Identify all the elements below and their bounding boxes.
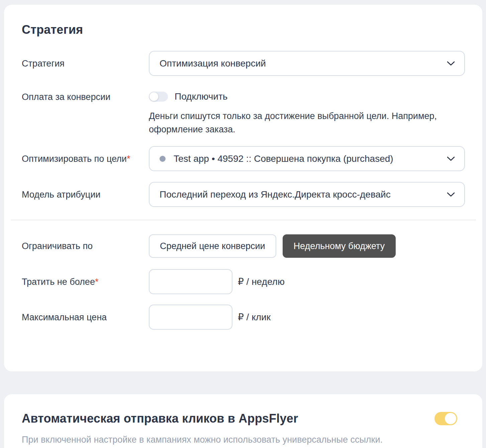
- optimize-goal-select-text: Test app • 49592 :: Совершена покупка (p…: [174, 153, 393, 164]
- max-price-input[interactable]: [149, 305, 232, 330]
- required-asterisk: *: [127, 154, 130, 164]
- attribution-select[interactable]: Последний переход из Яндекс.Директа крос…: [149, 182, 465, 207]
- toggle-knob: [445, 413, 456, 424]
- spend-limit-suffix: ₽ / неделю: [238, 276, 285, 287]
- strategy-select-value: Оптимизация конверсий: [160, 58, 266, 69]
- pay-for-conversions-description: Деньги спишутся только за достижение выб…: [149, 109, 465, 136]
- optimize-goal-select[interactable]: Test app • 49592 :: Совершена покупка (p…: [149, 146, 465, 171]
- spend-limit-label: Тратить не более*: [22, 276, 149, 288]
- limit-by-label: Ограничивать по: [22, 240, 149, 252]
- optimize-goal-label: Оптимизировать по цели*: [22, 153, 149, 164]
- pay-for-conversions-toggle[interactable]: [149, 92, 168, 102]
- spend-limit-input[interactable]: [149, 269, 232, 294]
- optimize-goal-select-value: Test app • 49592 :: Совершена покупка (p…: [160, 153, 393, 164]
- optimize-goal-row: Оптимизировать по цели* Test app • 49592…: [22, 146, 465, 171]
- required-asterisk: *: [95, 277, 99, 287]
- max-price-label: Максимальная цена: [22, 312, 149, 323]
- pay-for-conversions-toggle-line: Подключить: [149, 91, 465, 102]
- chevron-down-icon: [447, 61, 455, 66]
- attribution-label: Модель атрибуции: [22, 189, 149, 200]
- strategy-row: Стратегия Оптимизация конверсий: [22, 51, 465, 76]
- pay-for-conversions-row: Оплата за конверсии Подключить Деньги сп…: [22, 91, 465, 136]
- spend-limit-label-text: Тратить не более: [22, 277, 95, 287]
- limit-by-avg-conversion-price-button[interactable]: Средней цене конверсии: [149, 234, 276, 258]
- strategy-label: Стратегия: [22, 58, 149, 69]
- attribution-select-value: Последний переход из Яндекс.Директа крос…: [160, 189, 391, 200]
- strategy-select[interactable]: Оптимизация конверсий: [149, 51, 465, 76]
- pay-for-conversions-control: Подключить Деньги спишутся только за дос…: [149, 91, 465, 136]
- attribution-row: Модель атрибуции Последний переход из Ян…: [22, 182, 465, 207]
- strategy-card: Стратегия Стратегия Оптимизация конверси…: [4, 5, 482, 371]
- goal-status-dot-icon: [160, 156, 166, 162]
- limit-by-weekly-budget-button[interactable]: Недельному бюджету: [283, 234, 396, 258]
- max-price-row: Максимальная цена ₽ / клик: [22, 305, 465, 330]
- appsflyer-header: Автоматическая отправка кликов в AppsFly…: [22, 412, 457, 426]
- appsflyer-title: Автоматическая отправка кликов в AppsFly…: [22, 412, 298, 426]
- chevron-down-icon: [447, 156, 455, 161]
- pay-for-conversions-toggle-label: Подключить: [175, 91, 227, 102]
- strategy-card-title: Стратегия: [22, 23, 465, 37]
- optimize-goal-label-text: Оптимизировать по цели: [22, 154, 127, 164]
- section-divider: [11, 220, 476, 220]
- settings-page: Стратегия Стратегия Оптимизация конверси…: [0, 0, 486, 448]
- pay-for-conversions-label: Оплата за конверсии: [22, 91, 149, 103]
- limit-by-row: Ограничивать по Средней цене конверсии Н…: [22, 234, 465, 258]
- toggle-knob: [150, 92, 158, 101]
- limit-by-options: Средней цене конверсии Недельному бюджет…: [149, 234, 396, 258]
- appsflyer-card: Автоматическая отправка кликов в AppsFly…: [4, 394, 482, 448]
- chevron-down-icon: [447, 192, 455, 197]
- appsflyer-description: При включенной настройке в кампаниях мож…: [22, 434, 457, 446]
- appsflyer-toggle[interactable]: [434, 412, 457, 425]
- max-price-suffix: ₽ / клик: [238, 312, 271, 323]
- spend-limit-row: Тратить не более* ₽ / неделю: [22, 269, 465, 294]
